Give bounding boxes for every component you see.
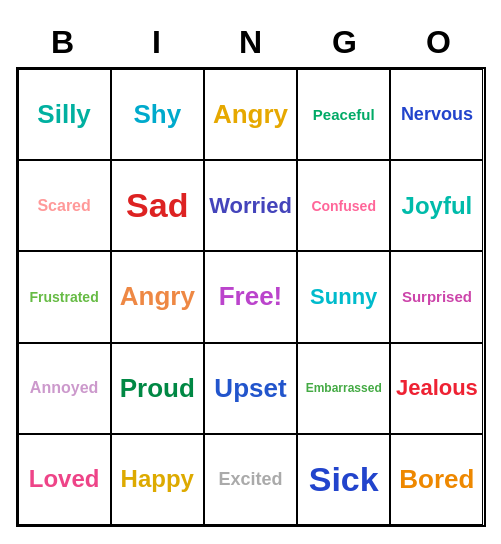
header-letter: G xyxy=(298,17,392,67)
grid-cell: Proud xyxy=(111,343,204,434)
grid-cell: Frustrated xyxy=(18,251,111,342)
cell-label: Angry xyxy=(213,99,288,130)
grid-cell: Surprised xyxy=(390,251,483,342)
cell-label: Loved xyxy=(29,465,100,493)
grid-cell: Worried xyxy=(204,160,297,251)
grid-cell: Sad xyxy=(111,160,204,251)
cell-label: Worried xyxy=(209,193,292,219)
bingo-header: BINGO xyxy=(16,17,486,67)
grid-cell: Confused xyxy=(297,160,390,251)
cell-label: Joyful xyxy=(402,192,473,220)
grid-cell: Nervous xyxy=(390,69,483,160)
cell-label: Angry xyxy=(120,281,195,312)
cell-label: Sick xyxy=(309,460,379,499)
header-letter: N xyxy=(204,17,298,67)
header-letter: I xyxy=(110,17,204,67)
grid-cell: Upset xyxy=(204,343,297,434)
cell-label: Free! xyxy=(219,281,283,312)
grid-cell: Free! xyxy=(204,251,297,342)
grid-cell: Angry xyxy=(111,251,204,342)
cell-label: Sad xyxy=(126,186,188,225)
cell-label: Peaceful xyxy=(313,106,375,123)
header-letter: O xyxy=(392,17,486,67)
cell-label: Upset xyxy=(214,373,286,404)
grid-cell: Annoyed xyxy=(18,343,111,434)
cell-label: Jealous xyxy=(396,375,478,401)
cell-label: Annoyed xyxy=(30,379,98,397)
cell-label: Shy xyxy=(133,99,181,130)
grid-cell: Peaceful xyxy=(297,69,390,160)
cell-label: Silly xyxy=(37,99,90,130)
grid-cell: Excited xyxy=(204,434,297,525)
cell-label: Confused xyxy=(311,198,376,214)
grid-cell: Loved xyxy=(18,434,111,525)
grid-cell: Joyful xyxy=(390,160,483,251)
cell-label: Sunny xyxy=(310,284,377,310)
cell-label: Excited xyxy=(218,469,282,490)
cell-label: Embarrassed xyxy=(306,381,382,395)
grid-cell: Sick xyxy=(297,434,390,525)
grid-cell: Embarrassed xyxy=(297,343,390,434)
grid-cell: Bored xyxy=(390,434,483,525)
grid-cell: Jealous xyxy=(390,343,483,434)
cell-label: Surprised xyxy=(402,288,472,305)
grid-cell: Silly xyxy=(18,69,111,160)
cell-label: Frustrated xyxy=(29,289,98,305)
grid-cell: Shy xyxy=(111,69,204,160)
cell-label: Scared xyxy=(37,197,90,215)
cell-label: Proud xyxy=(120,373,195,404)
grid-cell: Sunny xyxy=(297,251,390,342)
cell-label: Happy xyxy=(121,465,194,493)
bingo-grid: SillyShyAngryPeacefulNervousScaredSadWor… xyxy=(16,67,486,527)
cell-label: Nervous xyxy=(401,104,473,125)
cell-label: Bored xyxy=(399,464,474,495)
grid-cell: Angry xyxy=(204,69,297,160)
header-letter: B xyxy=(16,17,110,67)
grid-cell: Happy xyxy=(111,434,204,525)
bingo-card: BINGO SillyShyAngryPeacefulNervousScared… xyxy=(16,17,486,527)
grid-cell: Scared xyxy=(18,160,111,251)
